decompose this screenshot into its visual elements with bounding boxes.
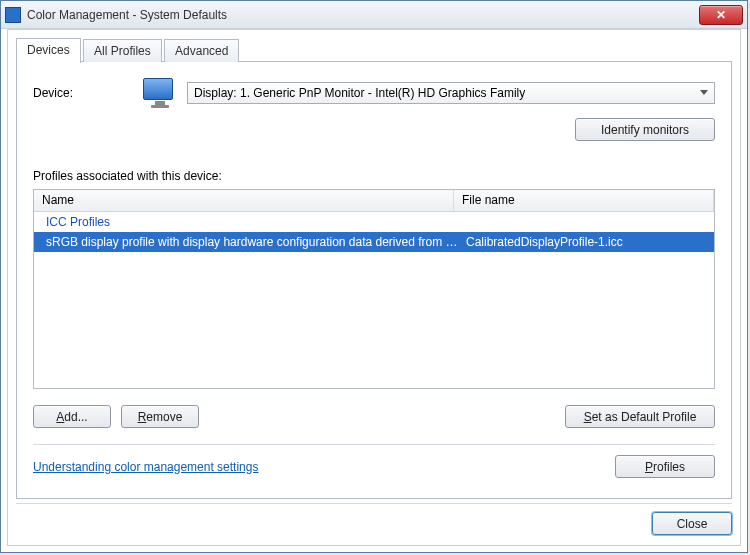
- window-title: Color Management - System Defaults: [27, 8, 699, 22]
- list-group-icc: ICC Profiles: [34, 212, 714, 232]
- close-window-button[interactable]: ✕: [699, 5, 743, 25]
- tab-strip: Devices All Profiles Advanced: [16, 38, 732, 62]
- devices-panel: Device: Display: 1. Generic PnP Monitor …: [16, 62, 732, 499]
- column-name-header[interactable]: Name: [34, 190, 454, 211]
- device-dropdown[interactable]: Display: 1. Generic PnP Monitor - Intel(…: [187, 82, 715, 104]
- tab-all-profiles[interactable]: All Profiles: [83, 39, 162, 63]
- profile-actions: Add... Remove Set as Default Profile: [33, 405, 715, 428]
- close-icon: ✕: [716, 8, 726, 22]
- identify-row: Identify monitors: [33, 118, 715, 141]
- column-file-header[interactable]: File name: [454, 190, 714, 211]
- monitor-icon: [143, 78, 177, 108]
- profiles-label: Profiles associated with this device:: [33, 169, 715, 183]
- tab-devices[interactable]: Devices: [16, 38, 81, 63]
- device-label: Device:: [33, 86, 133, 100]
- listview-header: Name File name: [34, 190, 714, 212]
- titlebar: Color Management - System Defaults ✕: [1, 1, 747, 29]
- dialog-footer: Close: [16, 503, 732, 535]
- client-area: Devices All Profiles Advanced Device: Di…: [7, 29, 741, 546]
- profiles-listview[interactable]: Name File name ICC Profiles sRGB display…: [33, 189, 715, 389]
- identify-monitors-button[interactable]: Identify monitors: [575, 118, 715, 141]
- app-icon: [5, 7, 21, 23]
- list-item[interactable]: sRGB display profile with display hardwa…: [34, 232, 714, 252]
- listview-body: ICC Profiles sRGB display profile with d…: [34, 212, 714, 252]
- list-item-name: sRGB display profile with display hardwa…: [42, 235, 462, 249]
- understanding-link[interactable]: Understanding color management settings: [33, 460, 258, 474]
- add-button[interactable]: Add...: [33, 405, 111, 428]
- device-dropdown-value: Display: 1. Generic PnP Monitor - Intel(…: [194, 86, 525, 100]
- remove-button[interactable]: Remove: [121, 405, 199, 428]
- profiles-button[interactable]: Profiles: [615, 455, 715, 478]
- tab-advanced[interactable]: Advanced: [164, 39, 239, 63]
- close-button[interactable]: Close: [652, 512, 732, 535]
- link-row: Understanding color management settings …: [33, 455, 715, 478]
- color-management-window: Color Management - System Defaults ✕ Dev…: [0, 0, 748, 553]
- separator: [33, 444, 715, 445]
- list-item-file: CalibratedDisplayProfile-1.icc: [462, 235, 710, 249]
- chevron-down-icon: [700, 90, 708, 95]
- set-default-profile-button[interactable]: Set as Default Profile: [565, 405, 715, 428]
- device-row: Device: Display: 1. Generic PnP Monitor …: [33, 78, 715, 108]
